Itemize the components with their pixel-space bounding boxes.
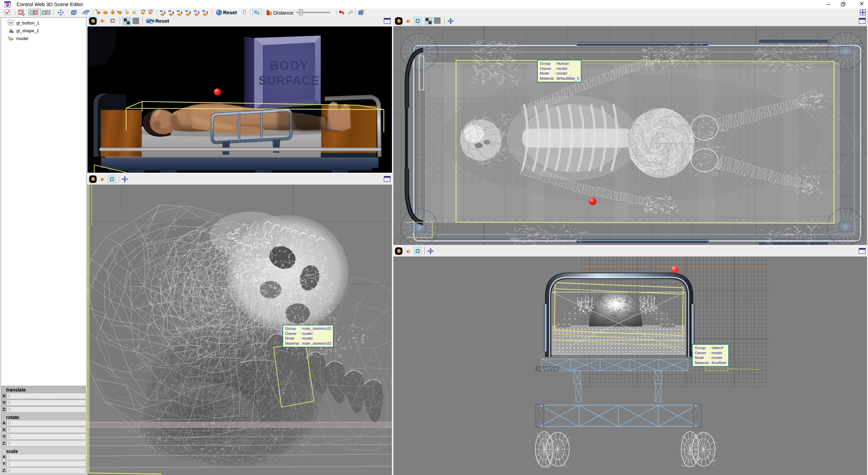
svg-text:90: 90 (194, 10, 197, 13)
svg-text:BODY: BODY (270, 59, 309, 73)
svg-text:0: 0 (124, 177, 126, 181)
svg-text:90: 90 (185, 10, 188, 13)
svg-text:0: 0 (450, 19, 452, 23)
svg-text:ON: ON (9, 22, 12, 24)
svg-text:?: ? (254, 10, 256, 15)
svg-text:90: 90 (160, 10, 163, 13)
svg-text:0: 0 (430, 249, 432, 253)
svg-text:SURFACE: SURFACE (258, 74, 319, 88)
svg-text:90: 90 (177, 10, 180, 13)
svg-text:90: 90 (168, 10, 171, 13)
svg-text:90: 90 (202, 10, 205, 13)
